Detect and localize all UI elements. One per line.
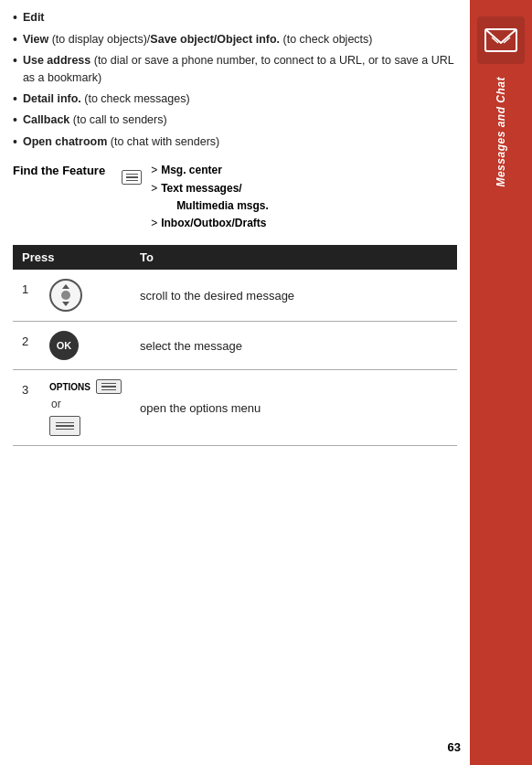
list-item: Use address (to dial or save a phone num… (13, 52, 457, 87)
row-description: open the options menu (131, 370, 457, 446)
options-row: OPTIONS (49, 379, 122, 394)
main-content: Edit View (to display objects)/Save obje… (0, 0, 470, 765)
sidebar-icon-area (477, 16, 525, 64)
path-line: > Text messages/ (151, 180, 269, 197)
path-line: > Inbox/Outbox/Drafts (151, 215, 269, 232)
row-num: 1 (13, 270, 40, 322)
arrow-down-icon (62, 302, 69, 306)
page-number: 63 (448, 740, 461, 754)
menu-line (126, 176, 138, 178)
row-button (40, 270, 131, 322)
row-button: OPTIONS or (40, 370, 131, 446)
row-description: scroll to the desired message (131, 270, 457, 322)
path-line: Multimedia msgs. (176, 197, 269, 215)
arrow-up-icon (62, 284, 69, 289)
find-feature-label: Find the Feature (13, 162, 105, 177)
bullet-list: Edit View (to display objects)/Save obje… (13, 9, 457, 151)
table-row: 2 OK select the message (13, 322, 457, 370)
find-feature-row: Find the Feature > Msg. center (13, 162, 457, 232)
table-row: 1 scroll to the desired message (13, 270, 457, 322)
row-button: OK (40, 322, 131, 370)
list-item: Detail info. (to check messages) (13, 90, 457, 109)
press-header: Press (13, 245, 131, 270)
table-row: 3 OPTIONS or (13, 370, 457, 446)
list-item: Open chatroom (to chat with senders) (13, 133, 457, 152)
bottom-menu-button (49, 416, 80, 436)
menu-line (126, 180, 138, 182)
row-num: 2 (13, 322, 40, 370)
menu-line (126, 174, 138, 175)
list-item: View (to display objects)/Save object/Ob… (13, 31, 457, 49)
options-label: OPTIONS (49, 382, 90, 392)
list-item: Callback (to call to senders) (13, 112, 457, 130)
sidebar-title: Messages and Chat (495, 77, 507, 187)
page-container: Edit View (to display objects)/Save obje… (0, 0, 532, 765)
ok-button: OK (49, 331, 79, 360)
envelope-icon (484, 27, 517, 54)
row-num: 3 (13, 370, 40, 446)
find-feature-path: > Msg. center > Text messages/ Multimedi… (151, 162, 269, 232)
sidebar: Messages and Chat (470, 0, 532, 765)
options-menu-button (96, 379, 122, 394)
to-header: To (131, 245, 457, 270)
or-label: or (51, 398, 122, 410)
path-line: > Msg. center (151, 162, 269, 179)
nav-circle-button (49, 279, 82, 312)
list-item: Edit (13, 9, 457, 27)
press-table: Press To 1 (13, 245, 457, 446)
nav-arrows (51, 281, 80, 310)
menu-icon (122, 170, 142, 185)
row-description: select the message (131, 322, 457, 370)
table-header-row: Press To (13, 245, 457, 270)
